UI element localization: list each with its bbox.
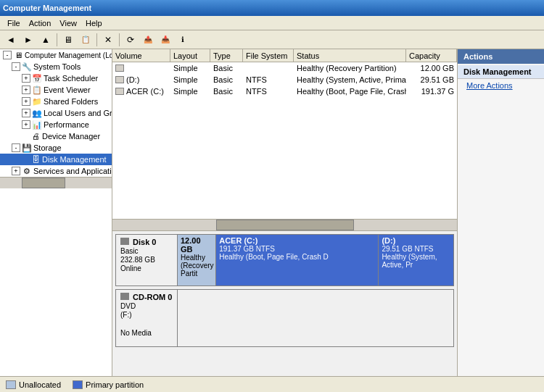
- col-filesystem[interactable]: File System: [243, 49, 294, 62]
- list-body[interactable]: Simple Basic Healthy (Recovery Partition…: [112, 62, 457, 219]
- menu-view[interactable]: View: [55, 17, 81, 29]
- menu-help[interactable]: Help: [81, 17, 107, 29]
- toolbar-import[interactable]: 📥: [157, 33, 173, 47]
- col-layout[interactable]: Layout: [170, 49, 210, 62]
- partition-recovery-size: 12.00 GB: [181, 236, 213, 254]
- row0-capacity: 12.00 GB: [406, 62, 457, 74]
- tree-users-expand[interactable]: +: [22, 109, 30, 117]
- tree-event-expand[interactable]: +: [22, 86, 30, 94]
- tree-services[interactable]: + ⚙ Services and Applications: [0, 165, 112, 177]
- cdrom0-status: No Media: [120, 329, 173, 337]
- title-bar: Computer Management: [0, 0, 544, 16]
- partition-d-label: (D:): [382, 236, 450, 245]
- toolbar-export[interactable]: 📤: [140, 33, 156, 47]
- table-row[interactable]: (D:) Simple Basic NTFS Healthy (System, …: [112, 74, 457, 86]
- list-hscroll-thumb[interactable]: [216, 220, 354, 230]
- tree-root[interactable]: - 🖥 Computer Management (Local: [0, 49, 112, 61]
- tree-storage-label: Storage: [33, 143, 62, 152]
- status-bar: Unallocated Primary partition: [0, 376, 544, 392]
- col-capacity[interactable]: Capacity: [406, 49, 457, 62]
- legend-unallocated: Unallocated: [6, 380, 61, 389]
- partition-acer-desc: Healthy (Boot, Page File, Crash D: [219, 253, 375, 261]
- toolbar-up[interactable]: ▲: [38, 33, 54, 47]
- disk0-name: Disk 0: [120, 238, 173, 246]
- table-row[interactable]: Simple Basic Healthy (Recovery Partition…: [112, 62, 457, 74]
- toolbar-sep1: [57, 33, 57, 46]
- tree-local-users[interactable]: + 👥 Local Users and Groups: [0, 107, 112, 119]
- toolbar-sep2: [96, 33, 97, 46]
- tree-task-scheduler-label: Task Scheduler: [44, 74, 98, 83]
- cdrom0-row: CD-ROM 0 DVD (F:) No Media: [115, 289, 454, 347]
- toolbar-delete[interactable]: ✕: [100, 33, 116, 47]
- actions-panel: Actions Disk Management More Actions: [457, 49, 544, 376]
- row1-volume: (D:): [126, 75, 139, 84]
- list-hscroll[interactable]: [112, 219, 457, 230]
- performance-icon: 📊: [32, 120, 42, 130]
- menu-bar: File Action View Help: [0, 16, 544, 30]
- row2-layout: Simple: [170, 86, 210, 97]
- toolbar: ◄ ► ▲ 🖥 📋 ✕ ⟳ 📤 📥 ℹ: [0, 30, 544, 49]
- toolbar-info[interactable]: ℹ: [175, 33, 191, 47]
- disk0-type: Basic: [120, 247, 173, 255]
- toolbar-show-hide[interactable]: 🖥: [60, 33, 76, 47]
- tree-root-expand[interactable]: -: [3, 51, 12, 59]
- cdrom0-drive: (F:): [120, 311, 173, 319]
- disk-management-icon: 🗄: [30, 154, 41, 164]
- partition-acer[interactable]: ACER (C:) 191.37 GB NTFS Healthy (Boot, …: [216, 235, 379, 285]
- tree-shared-folders[interactable]: + 📁 Shared Folders: [0, 96, 112, 107]
- table-row[interactable]: ACER (C:) Simple Basic NTFS Healthy (Boo…: [112, 86, 457, 97]
- row0-type: Basic: [210, 62, 243, 74]
- cdrom0-name: CD-ROM 0: [120, 293, 173, 301]
- actions-header: Actions: [458, 49, 544, 64]
- tree-system-tools-label: System Tools: [33, 62, 81, 71]
- legend-primary-label: Primary partition: [86, 380, 144, 389]
- tree-system-tools-expand[interactable]: -: [12, 62, 20, 71]
- device-manager-icon: 🖨: [30, 131, 41, 141]
- tree-performance[interactable]: + 📊 Performance: [0, 119, 112, 130]
- row2-type: Basic: [210, 86, 243, 97]
- disk0-size: 232.88 GB: [120, 256, 173, 264]
- tree-hscroll[interactable]: [0, 177, 112, 188]
- toolbar-sep3: [119, 33, 120, 46]
- tree-task-expand[interactable]: +: [22, 74, 30, 83]
- partition-d-size: 29.51 GB NTFS: [382, 245, 450, 253]
- col-status[interactable]: Status: [294, 49, 406, 62]
- services-icon: ⚙: [22, 166, 32, 176]
- menu-action[interactable]: Action: [25, 17, 56, 29]
- cdrom0-partitions: [178, 290, 453, 346]
- tree-storage-expand[interactable]: -: [12, 143, 20, 152]
- col-volume[interactable]: Volume: [112, 49, 170, 62]
- toolbar-back[interactable]: ◄: [3, 33, 19, 47]
- legend-unallocated-label: Unallocated: [19, 380, 61, 389]
- partition-recovery[interactable]: 12.00 GB Healthy (Recovery Partit: [178, 235, 216, 285]
- menu-file[interactable]: File: [3, 17, 25, 29]
- row1-layout: Simple: [170, 74, 210, 86]
- list-header: Volume Layout Type File System Status Ca…: [112, 49, 457, 62]
- tree-services-expand[interactable]: +: [12, 167, 20, 175]
- legend-unallocated-box: [6, 380, 16, 389]
- tree-task-scheduler[interactable]: + 📅 Task Scheduler: [0, 72, 112, 84]
- tree-storage[interactable]: - 💾 Storage: [0, 142, 112, 154]
- tree-perf-expand[interactable]: +: [22, 120, 30, 129]
- actions-section-header: Disk Management: [458, 65, 544, 79]
- col-type[interactable]: Type: [210, 49, 243, 62]
- tree-device-manager[interactable]: 🖨 Device Manager: [0, 130, 112, 142]
- partition-acer-label: ACER (C:): [219, 236, 375, 245]
- shared-folders-icon: 📁: [32, 96, 42, 107]
- tree-device-manager-label: Device Manager: [42, 132, 100, 141]
- toolbar-refresh[interactable]: ⟳: [123, 33, 139, 47]
- tree-shared-expand[interactable]: +: [22, 97, 30, 106]
- row2-capacity: 191.37 G: [406, 86, 457, 97]
- disk0-info: Disk 0 Basic 232.88 GB Online: [116, 235, 178, 285]
- tree-system-tools[interactable]: - 🔧 System Tools: [0, 61, 112, 72]
- partition-d[interactable]: (D:) 29.51 GB NTFS Healthy (System, Acti…: [379, 235, 453, 285]
- row2-status: Healthy (Boot, Page File, Crash Dump, Pr…: [294, 86, 406, 97]
- computer-icon: 🖥: [13, 50, 23, 60]
- toolbar-properties[interactable]: 📋: [78, 33, 94, 47]
- tree-panel: - 🖥 Computer Management (Local - 🔧 Syste…: [0, 49, 112, 376]
- tree-event-viewer[interactable]: + 📋 Event Viewer: [0, 84, 112, 96]
- tree-performance-label: Performance: [44, 120, 89, 129]
- tree-disk-management[interactable]: 🗄 Disk Management: [0, 154, 112, 165]
- more-actions-link[interactable]: More Actions: [458, 79, 544, 92]
- toolbar-forward[interactable]: ►: [20, 33, 36, 47]
